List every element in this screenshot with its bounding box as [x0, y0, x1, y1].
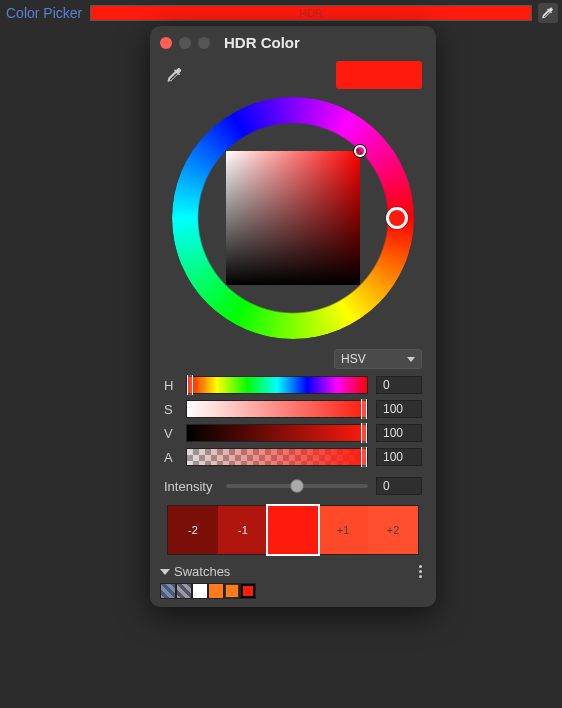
minimize-button[interactable] — [179, 37, 191, 49]
chevron-down-icon — [407, 357, 415, 362]
swatches-title: Swatches — [174, 564, 230, 579]
sv-box-handle[interactable] — [354, 145, 366, 157]
swatch-item[interactable] — [192, 583, 208, 599]
swatch-item[interactable] — [208, 583, 224, 599]
a-slider-label: A — [164, 450, 178, 465]
triangle-down-icon — [160, 569, 170, 575]
hue-wheel-handle[interactable] — [386, 207, 408, 229]
close-button[interactable] — [160, 37, 172, 49]
swatch-item[interactable] — [160, 583, 176, 599]
color-mode-value: HSV — [341, 352, 366, 366]
exposure-cell[interactable] — [268, 506, 318, 554]
kebab-icon — [419, 565, 422, 568]
sv-box[interactable] — [226, 151, 360, 285]
swatches-menu-button[interactable] — [415, 563, 426, 580]
s-slider-label: S — [164, 402, 178, 417]
swatches-toggle[interactable]: Swatches — [160, 564, 230, 579]
exposure-cell[interactable]: +2 — [368, 506, 418, 554]
a-slider[interactable] — [186, 448, 368, 466]
maximize-button[interactable] — [198, 37, 210, 49]
v-slider[interactable] — [186, 424, 368, 442]
s-slider[interactable] — [186, 400, 368, 418]
eyedropper-button[interactable] — [164, 64, 186, 86]
window-title: HDR Color — [224, 34, 300, 51]
swatch-item[interactable] — [176, 583, 192, 599]
h-value-input[interactable]: 0 — [376, 376, 422, 394]
v-value-input[interactable]: 100 — [376, 424, 422, 442]
color-mode-select[interactable]: HSV — [334, 349, 422, 369]
h-slider-label: H — [164, 378, 178, 393]
exposure-cell[interactable]: +1 — [318, 506, 368, 554]
a-slider-handle[interactable] — [361, 447, 367, 467]
hdr-color-bar[interactable]: HDR — [90, 5, 532, 21]
a-value-input[interactable]: 100 — [376, 448, 422, 466]
h-slider[interactable] — [186, 376, 368, 394]
eyedropper-button-top[interactable] — [538, 3, 558, 23]
s-value-input[interactable]: 100 — [376, 400, 422, 418]
hdr-color-bar-label: HDR — [299, 7, 323, 19]
exposure-strip: -2-1+1+2 — [167, 505, 419, 555]
exposure-cell[interactable]: -2 — [168, 506, 218, 554]
intensity-slider[interactable] — [226, 484, 368, 488]
intensity-label: Intensity — [164, 479, 218, 494]
s-slider-handle[interactable] — [361, 399, 367, 419]
eyedropper-icon — [541, 6, 555, 20]
hue-wheel[interactable] — [172, 97, 414, 339]
v-slider-label: V — [164, 426, 178, 441]
eyedropper-icon — [166, 66, 184, 84]
hdr-color-panel: HDR Color HSV H 0 S — [150, 26, 436, 607]
swatch-row — [160, 583, 426, 599]
swatch-item[interactable] — [240, 583, 256, 599]
h-slider-handle[interactable] — [187, 375, 193, 395]
v-slider-handle[interactable] — [361, 423, 367, 443]
intensity-slider-handle[interactable] — [290, 479, 304, 493]
swatch-item[interactable] — [224, 583, 240, 599]
exposure-cell[interactable]: -1 — [218, 506, 268, 554]
intensity-value-input[interactable]: 0 — [376, 477, 422, 495]
current-color-preview — [336, 61, 422, 89]
page-title: Color Picker — [4, 5, 84, 21]
titlebar: HDR Color — [150, 26, 436, 57]
